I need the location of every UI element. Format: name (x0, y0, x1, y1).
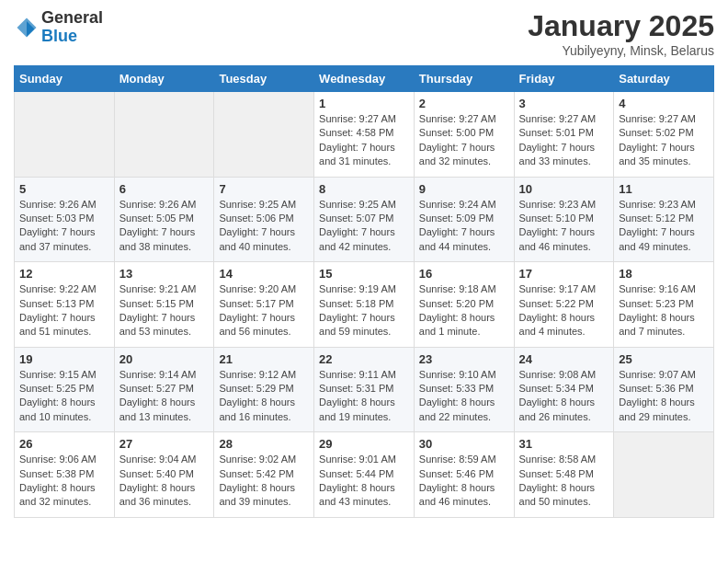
calendar-table: SundayMondayTuesdayWednesdayThursdayFrid… (14, 65, 714, 518)
day-content: Sunrise: 9:20 AM Sunset: 5:17 PM Dayligh… (219, 282, 309, 339)
day-content: Sunrise: 9:27 AM Sunset: 5:02 PM Dayligh… (619, 112, 709, 169)
calendar-cell: 16Sunrise: 9:18 AM Sunset: 5:20 PM Dayli… (414, 262, 514, 348)
calendar-cell: 15Sunrise: 9:19 AM Sunset: 5:18 PM Dayli… (314, 262, 415, 348)
logo: General Blue (14, 9, 103, 46)
month-title: January 2025 (528, 9, 714, 43)
day-number: 7 (219, 182, 309, 196)
day-number: 22 (319, 352, 409, 366)
calendar-cell: 10Sunrise: 9:23 AM Sunset: 5:10 PM Dayli… (514, 177, 614, 262)
day-content: Sunrise: 9:26 AM Sunset: 5:03 PM Dayligh… (19, 198, 109, 255)
day-number: 3 (519, 97, 609, 110)
day-content: Sunrise: 9:26 AM Sunset: 5:05 PM Dayligh… (119, 198, 210, 255)
day-content: Sunrise: 9:23 AM Sunset: 5:10 PM Dayligh… (519, 198, 609, 255)
calendar-cell: 2Sunrise: 9:27 AM Sunset: 5:00 PM Daylig… (414, 92, 514, 178)
calendar-cell: 3Sunrise: 9:27 AM Sunset: 5:01 PM Daylig… (514, 92, 614, 178)
calendar-cell: 1Sunrise: 9:27 AM Sunset: 4:58 PM Daylig… (314, 92, 415, 178)
day-content: Sunrise: 8:59 AM Sunset: 5:46 PM Dayligh… (419, 453, 509, 510)
calendar-cell: 6Sunrise: 9:26 AM Sunset: 5:05 PM Daylig… (114, 177, 214, 262)
day-content: Sunrise: 9:16 AM Sunset: 5:23 PM Dayligh… (619, 282, 709, 339)
weekday-header-tuesday: Tuesday (214, 66, 314, 92)
day-number: 12 (19, 267, 109, 281)
day-number: 15 (319, 267, 409, 281)
day-content: Sunrise: 9:14 AM Sunset: 5:27 PM Dayligh… (119, 368, 210, 425)
day-content: Sunrise: 9:07 AM Sunset: 5:36 PM Dayligh… (619, 368, 709, 425)
day-content: Sunrise: 9:25 AM Sunset: 5:06 PM Dayligh… (219, 198, 309, 255)
logo-general-text: General (41, 9, 103, 28)
day-content: Sunrise: 9:27 AM Sunset: 5:01 PM Dayligh… (519, 112, 609, 169)
day-content: Sunrise: 9:15 AM Sunset: 5:25 PM Dayligh… (19, 368, 109, 425)
day-content: Sunrise: 9:24 AM Sunset: 5:09 PM Dayligh… (419, 198, 509, 255)
weekday-header-monday: Monday (114, 66, 214, 92)
day-number: 17 (519, 267, 609, 281)
day-number: 21 (219, 352, 309, 366)
day-number: 28 (219, 437, 309, 451)
day-number: 11 (619, 182, 709, 196)
day-content: Sunrise: 9:19 AM Sunset: 5:18 PM Dayligh… (319, 282, 409, 339)
calendar-cell: 23Sunrise: 9:10 AM Sunset: 5:33 PM Dayli… (414, 347, 514, 432)
day-number: 1 (319, 97, 409, 110)
day-number: 29 (319, 437, 409, 451)
calendar-cell: 19Sunrise: 9:15 AM Sunset: 5:25 PM Dayli… (15, 347, 115, 432)
calendar-cell: 5Sunrise: 9:26 AM Sunset: 5:03 PM Daylig… (15, 177, 115, 262)
weekday-header-saturday: Saturday (614, 66, 714, 92)
day-content: Sunrise: 9:27 AM Sunset: 5:00 PM Dayligh… (419, 112, 509, 169)
weekday-header-row: SundayMondayTuesdayWednesdayThursdayFrid… (15, 66, 714, 92)
calendar-cell: 24Sunrise: 9:08 AM Sunset: 5:34 PM Dayli… (514, 347, 614, 432)
day-number: 26 (19, 437, 109, 451)
day-number: 31 (519, 437, 609, 451)
day-content: Sunrise: 9:18 AM Sunset: 5:20 PM Dayligh… (419, 282, 509, 339)
calendar-cell: 13Sunrise: 9:21 AM Sunset: 5:15 PM Dayli… (114, 262, 214, 348)
day-content: Sunrise: 9:27 AM Sunset: 4:58 PM Dayligh… (319, 112, 409, 169)
logo-blue-text: Blue (41, 28, 103, 46)
calendar-cell (614, 432, 714, 518)
day-number: 13 (119, 267, 210, 281)
day-content: Sunrise: 8:58 AM Sunset: 5:48 PM Dayligh… (519, 453, 609, 510)
day-content: Sunrise: 9:06 AM Sunset: 5:38 PM Dayligh… (19, 453, 109, 510)
calendar-cell: 14Sunrise: 9:20 AM Sunset: 5:17 PM Dayli… (214, 262, 314, 348)
calendar-cell: 11Sunrise: 9:23 AM Sunset: 5:12 PM Dayli… (614, 177, 714, 262)
day-number: 19 (19, 352, 109, 366)
calendar-cell: 31Sunrise: 8:58 AM Sunset: 5:48 PM Dayli… (514, 432, 614, 518)
title-block: January 2025 Yubilyeyny, Minsk, Belarus (528, 9, 714, 58)
day-number: 9 (419, 182, 509, 196)
day-content: Sunrise: 9:08 AM Sunset: 5:34 PM Dayligh… (519, 368, 609, 425)
week-row-2: 5Sunrise: 9:26 AM Sunset: 5:03 PM Daylig… (15, 177, 714, 262)
day-number: 14 (219, 267, 309, 281)
day-content: Sunrise: 9:22 AM Sunset: 5:13 PM Dayligh… (19, 282, 109, 339)
week-row-3: 12Sunrise: 9:22 AM Sunset: 5:13 PM Dayli… (15, 262, 714, 348)
calendar-cell: 7Sunrise: 9:25 AM Sunset: 5:06 PM Daylig… (214, 177, 314, 262)
day-content: Sunrise: 9:01 AM Sunset: 5:44 PM Dayligh… (319, 453, 409, 510)
calendar-cell: 22Sunrise: 9:11 AM Sunset: 5:31 PM Dayli… (314, 347, 415, 432)
day-content: Sunrise: 9:23 AM Sunset: 5:12 PM Dayligh… (619, 198, 709, 255)
calendar-cell: 17Sunrise: 9:17 AM Sunset: 5:22 PM Dayli… (514, 262, 614, 348)
calendar-cell: 26Sunrise: 9:06 AM Sunset: 5:38 PM Dayli… (15, 432, 115, 518)
calendar-cell: 21Sunrise: 9:12 AM Sunset: 5:29 PM Dayli… (214, 347, 314, 432)
day-content: Sunrise: 9:12 AM Sunset: 5:29 PM Dayligh… (219, 368, 309, 425)
day-number: 24 (519, 352, 609, 366)
day-content: Sunrise: 9:02 AM Sunset: 5:42 PM Dayligh… (219, 453, 309, 510)
calendar-cell: 27Sunrise: 9:04 AM Sunset: 5:40 PM Dayli… (114, 432, 214, 518)
day-content: Sunrise: 9:17 AM Sunset: 5:22 PM Dayligh… (519, 282, 609, 339)
calendar-cell: 28Sunrise: 9:02 AM Sunset: 5:42 PM Dayli… (214, 432, 314, 518)
weekday-header-wednesday: Wednesday (314, 66, 415, 92)
day-number: 2 (419, 97, 509, 110)
day-number: 4 (619, 97, 709, 110)
day-number: 16 (419, 267, 509, 281)
day-content: Sunrise: 9:04 AM Sunset: 5:40 PM Dayligh… (119, 453, 210, 510)
calendar-cell: 30Sunrise: 8:59 AM Sunset: 5:46 PM Dayli… (414, 432, 514, 518)
week-row-4: 19Sunrise: 9:15 AM Sunset: 5:25 PM Dayli… (15, 347, 714, 432)
day-content: Sunrise: 9:25 AM Sunset: 5:07 PM Dayligh… (319, 198, 409, 255)
week-row-1: 1Sunrise: 9:27 AM Sunset: 4:58 PM Daylig… (15, 92, 714, 178)
weekday-header-thursday: Thursday (414, 66, 514, 92)
calendar-cell: 9Sunrise: 9:24 AM Sunset: 5:09 PM Daylig… (414, 177, 514, 262)
day-content: Sunrise: 9:11 AM Sunset: 5:31 PM Dayligh… (319, 368, 409, 425)
day-number: 30 (419, 437, 509, 451)
calendar-cell: 4Sunrise: 9:27 AM Sunset: 5:02 PM Daylig… (614, 92, 714, 178)
calendar-cell: 20Sunrise: 9:14 AM Sunset: 5:27 PM Dayli… (114, 347, 214, 432)
weekday-header-friday: Friday (514, 66, 614, 92)
calendar-cell: 25Sunrise: 9:07 AM Sunset: 5:36 PM Dayli… (614, 347, 714, 432)
calendar-cell: 29Sunrise: 9:01 AM Sunset: 5:44 PM Dayli… (314, 432, 415, 518)
day-number: 10 (519, 182, 609, 196)
day-number: 25 (619, 352, 709, 366)
day-number: 20 (119, 352, 210, 366)
